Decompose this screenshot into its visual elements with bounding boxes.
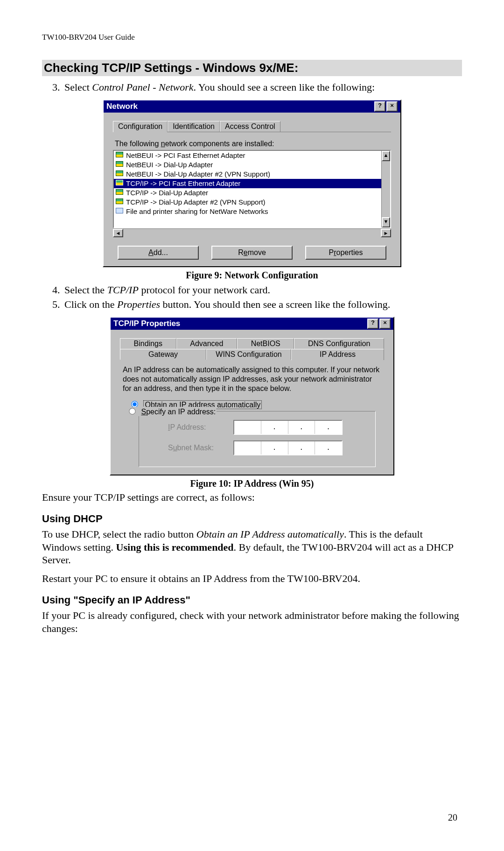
close-button[interactable]: × (379, 319, 391, 329)
components-label-u: n (161, 140, 165, 148)
subnet-mask-field[interactable]: ... (233, 440, 343, 455)
step-4: Select the TCP/IP protocol for your netw… (63, 284, 462, 297)
ip-dot: . (261, 421, 288, 434)
properties-button-pre: P (329, 248, 334, 256)
list-item[interactable]: TCP/IP -> Dial-Up Adapter (114, 188, 381, 198)
scroll-left-icon[interactable]: ◄ (113, 229, 123, 237)
radio-specify[interactable] (129, 408, 135, 414)
ip-address-row: IP Address: ... (168, 420, 356, 435)
dhcp-p-bold: Using this is recommended (116, 541, 234, 553)
dhcp-p-pre: To use DHCP, select the radio button (42, 528, 196, 540)
specify-paragraph: If your PC is already configured, check … (42, 609, 462, 635)
close-button[interactable]: × (386, 101, 398, 112)
network-window: Network ? × Configuration Identification… (103, 99, 401, 267)
components-listbox[interactable]: NetBEUI -> PCI Fast Ethernet AdapterNetB… (113, 150, 391, 228)
list-item[interactable]: TCP/IP -> PCI Fast Ethernet Adapter (114, 179, 381, 188)
section-title-bar: Checking TCP/IP Settings - Windows 9x/ME… (42, 60, 462, 76)
ip-dot: . (315, 441, 342, 454)
components-label: The following network components are ins… (115, 140, 391, 148)
protocol-icon (116, 161, 122, 167)
tcpip-titlebar: TCP/IP Properties ? × (111, 318, 393, 330)
remove-button[interactable]: Remove (211, 246, 293, 260)
step3-post: . You should see a screen like the follo… (194, 81, 375, 93)
step-5: Click on the Properties button. You shou… (63, 298, 462, 311)
tcpip-window: TCP/IP Properties ? × Bindings Advanced … (110, 317, 394, 475)
step5-pre: Click on the (64, 298, 117, 310)
ip-description: An IP address can be automatically assig… (123, 365, 381, 393)
tab-identification[interactable]: Identification (168, 121, 220, 132)
ensure-line: Ensure your TCP/IP settings are correct,… (42, 491, 462, 504)
list-item[interactable]: File and printer sharing for NetWare Net… (114, 207, 381, 216)
scroll-down-icon[interactable]: ▼ (382, 217, 390, 227)
tab-dns[interactable]: DNS Configuration (294, 338, 384, 349)
page-number: 20 (448, 812, 457, 823)
remove-button-u: e (244, 248, 248, 256)
specify-group: Specify an IP address: IP Address: ... S… (139, 411, 376, 467)
radio-specify-row[interactable]: Specify an IP address: (126, 407, 217, 416)
add-button-u: A (148, 248, 154, 256)
help-button[interactable]: ? (367, 319, 378, 329)
step5-ital: Properties (117, 298, 160, 310)
remove-button-post: move (248, 248, 266, 256)
file-share-icon (116, 208, 122, 213)
subnet-mask-row: Subnet Mask: ... (168, 440, 356, 455)
properties-button-post: operties (336, 248, 363, 256)
dhcp-p-ital: Obtain an IP Address automatically (196, 528, 344, 540)
ip-dot: . (288, 441, 315, 454)
figure-10-caption: Figure 10: IP Address (Win 95) (42, 478, 462, 489)
list-item[interactable]: NetBEUI -> PCI Fast Ethernet Adapter (114, 151, 381, 160)
radio-spec-u: S (141, 408, 146, 416)
dhcp-restart: Restart your PC to ensure it obtains an … (42, 572, 462, 585)
tcpip-tabs: Bindings Advanced NetBIOS DNS Configurat… (120, 338, 384, 360)
tab-access-control[interactable]: Access Control (220, 121, 280, 132)
protocol-icon (116, 180, 122, 185)
add-button[interactable]: Add... (118, 246, 199, 260)
tab-netbios[interactable]: NetBIOS (237, 338, 294, 349)
steps-list-second: Select the TCP/IP protocol for your netw… (42, 284, 462, 311)
add-button-rest: dd... (154, 248, 168, 256)
tab-gateway[interactable]: Gateway (120, 349, 206, 360)
step-3: Select Control Panel - Network. You shou… (63, 81, 462, 94)
step5-post: button. You should then see a screen lik… (160, 298, 390, 310)
list-item[interactable]: NetBEUI -> Dial-Up Adapter #2 (VPN Suppo… (114, 170, 381, 179)
tab-advanced[interactable]: Advanced (176, 338, 237, 349)
tab-ip-address[interactable]: IP Address (291, 349, 384, 360)
step3-ital: Control Panel - Network (92, 81, 193, 93)
dhcp-heading: Using DHCP (42, 513, 462, 525)
network-title: Network (106, 102, 138, 111)
properties-button[interactable]: Properties (305, 246, 386, 260)
figure-9-caption: Figure 9: Network Configuration (42, 270, 462, 281)
protocol-icon (116, 199, 122, 204)
horizontal-scrollbar[interactable]: ◄ ► (113, 228, 391, 237)
subnet-mask-label: Subnet Mask: (168, 444, 233, 452)
step4-pre: Select the (64, 284, 107, 296)
ip-address-field[interactable]: ... (233, 420, 343, 435)
protocol-icon (116, 152, 122, 157)
ip-dot: . (261, 441, 288, 454)
list-item[interactable]: TCP/IP -> Dial-Up Adapter #2 (VPN Suppor… (114, 198, 381, 207)
list-item[interactable]: NetBEUI -> Dial-Up Adapter (114, 160, 381, 170)
doc-header: TW100-BRV204 User Guide (42, 33, 462, 42)
dhcp-paragraph: To use DHCP, select the radio button Obt… (42, 528, 462, 567)
scroll-up-icon[interactable]: ▲ (382, 151, 390, 161)
components-label-post: etwork components are installed: (165, 140, 274, 148)
ip-dot: . (288, 421, 315, 434)
radio-spec-rest: pecify an IP address: (146, 408, 216, 416)
ip-address-label: IP Address: (168, 423, 233, 432)
components-label-pre: The following (115, 140, 161, 148)
steps-list-first: Select Control Panel - Network. You shou… (42, 81, 462, 94)
tab-wins[interactable]: WINS Configuration (206, 349, 291, 360)
scroll-right-icon[interactable]: ► (381, 229, 391, 237)
protocol-icon (116, 189, 122, 195)
tab-strip: Configuration Identification Access Cont… (113, 121, 391, 132)
step3-pre: Select (64, 81, 92, 93)
network-titlebar: Network ? × (104, 100, 400, 113)
step4-post: protocol for your network card. (139, 284, 270, 296)
help-button[interactable]: ? (374, 101, 385, 112)
vertical-scrollbar[interactable]: ▲ ▼ (381, 151, 390, 227)
ip-dot: . (315, 421, 342, 434)
specify-heading: Using "Specify an IP Address" (42, 594, 462, 606)
tab-configuration[interactable]: Configuration (113, 121, 168, 132)
step4-ital: TCP/IP (107, 284, 139, 296)
tab-bindings[interactable]: Bindings (120, 338, 176, 349)
